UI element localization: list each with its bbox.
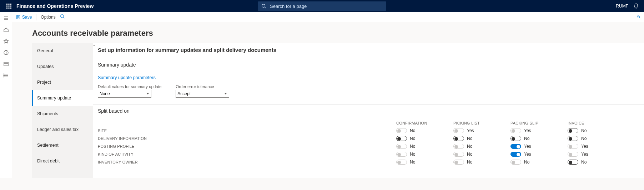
content-area: Set up information for summary updates a… [93,43,644,178]
toggle[interactable] [510,136,521,141]
toggle[interactable] [453,128,464,133]
toggle-value: Yes [524,152,531,157]
row-kind-of-activity: KIND OF ACTIVITY [98,152,396,156]
toggle-value: No [467,144,472,149]
vtab-updates[interactable]: Updates [32,59,93,74]
toggle-value: No [410,136,415,141]
toggle-value: No [467,160,472,165]
home-icon[interactable] [3,26,9,33]
svg-rect-7 [9,8,10,9]
svg-rect-4 [9,6,10,7]
row-posting-profile: POSTING PROFILE [98,144,396,148]
toggle[interactable] [510,152,521,157]
toggle[interactable] [510,128,521,133]
svg-point-21 [4,75,4,76]
options-label: Options [41,15,55,20]
toggle[interactable] [568,128,578,133]
save-icon [16,15,21,20]
vtab-ledger-and-sales-tax[interactable]: Ledger and sales tax [32,122,93,137]
order-error-label: Order error tolerance [176,84,229,89]
svg-rect-6 [6,8,7,9]
workspaces-icon[interactable] [3,61,9,67]
vtab-settlement[interactable]: Settlement [32,137,93,153]
toggle-value: No [410,144,415,149]
toggle[interactable] [568,152,578,157]
vtab-direct-debit[interactable]: Direct debit [32,153,93,169]
toggle-value: Yes [581,152,588,157]
nav-toggle-icon[interactable] [3,15,9,21]
svg-rect-24 [17,17,19,19]
toggle[interactable] [453,152,464,157]
toggle-value: Yes [581,144,588,149]
toggle[interactable] [568,160,578,165]
waffle-icon[interactable] [3,4,15,9]
action-search-icon[interactable] [60,14,65,20]
toggle-value: Yes [524,128,531,133]
related-info-icon[interactable] [635,14,640,20]
toggle-value: No [581,160,587,165]
notifications-icon[interactable] [633,3,639,9]
col-confirmation: CONFIRMATION [396,121,453,125]
toggle-value: Yes [524,144,531,149]
toggle[interactable] [453,144,464,149]
toggle[interactable] [510,160,521,165]
toggle[interactable] [396,128,407,133]
toggle[interactable] [510,144,521,149]
split-grid: CONFIRMATIONPICKING LISTPACKING SLIPINVO… [98,121,639,165]
col-picking-list: PICKING LIST [453,121,510,125]
toggle[interactable] [396,152,407,157]
toggle[interactable] [568,144,578,149]
toggle-value: No [410,160,415,165]
toggle[interactable] [396,144,407,149]
vtab-summary-update[interactable]: Summary update [32,90,93,106]
global-search-input[interactable] [269,3,383,9]
row-inventory-owner: INVENTORY OWNER [98,160,396,164]
modules-icon[interactable] [3,72,9,79]
left-rail [0,12,12,178]
toggle-value: No [524,160,529,165]
vertical-tabs: ▴ GeneralUpdatesProjectSummary updateShi… [32,43,93,178]
toggle-value: No [410,152,415,157]
options-button[interactable]: Options [41,15,55,20]
global-search[interactable] [258,1,386,11]
default-values-label: Default values for summary update [98,84,161,89]
order-error-select[interactable]: Accept [176,90,229,98]
top-nav: Finance and Operations Preview RUMF [0,0,644,12]
vtab-shipments[interactable]: Shipments [32,106,93,122]
svg-rect-2 [10,4,11,5]
user-label[interactable]: RUMF [616,4,628,9]
page-description: Set up information for summary updates a… [98,47,639,53]
toggle[interactable] [396,136,407,141]
action-bar: Save Options [12,12,644,22]
summary-update-parameters-link[interactable]: Summary update parameters [98,75,156,80]
vtab-project[interactable]: Project [32,74,93,90]
default-values-select[interactable]: None [98,90,151,98]
row-delivery-information: DELIVERY INFORMATION [98,136,396,141]
row-site: SITE [98,128,396,133]
brand-title: Finance and Operations Preview [16,3,94,9]
save-button[interactable]: Save [16,15,32,20]
vtab-general[interactable]: General [32,43,93,59]
recent-icon[interactable] [3,49,9,56]
col-packing-slip: PACKING SLIP [510,121,568,125]
toggle-value: No [410,128,415,133]
scroll-up-icon[interactable]: ▴ [93,43,95,47]
section-summary-title: Summary update [98,62,639,68]
section-split-title: Split based on [98,108,639,114]
toggle-value: No [467,152,472,157]
search-icon [261,4,266,9]
page-title: Accounts receivable parameters [12,22,644,43]
toggle[interactable] [396,160,407,165]
toggle-value: Yes [467,128,474,133]
svg-rect-8 [10,8,11,9]
svg-rect-23 [17,15,19,16]
svg-point-25 [60,15,64,18]
toggle[interactable] [568,136,578,141]
toggle-value: No [524,136,529,141]
svg-rect-3 [6,6,7,7]
svg-point-9 [262,4,265,8]
toggle[interactable] [453,136,464,141]
favorites-icon[interactable] [3,38,9,44]
toggle[interactable] [453,160,464,165]
svg-rect-5 [10,6,11,7]
